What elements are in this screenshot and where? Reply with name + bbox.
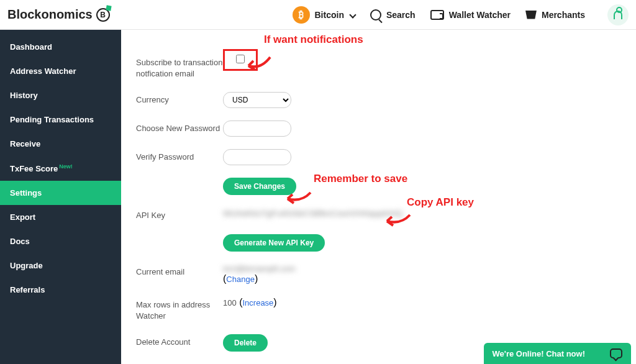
sidebar-item-receive[interactable]: Receive xyxy=(0,132,121,156)
chat-text: We're Online! Chat now! xyxy=(493,349,585,358)
sidebar-item-label: Dashboard xyxy=(10,42,52,52)
max-rows-value: 100 xyxy=(223,298,237,307)
new-password-input[interactable] xyxy=(223,121,291,137)
brand-logo[interactable]: Blockonomics B xyxy=(7,7,110,22)
chat-widget[interactable]: We're Online! Chat now! xyxy=(484,343,631,364)
sidebar-item-txfee-score[interactable]: TxFee ScoreNew! xyxy=(0,156,121,181)
sidebar-item-label: Docs xyxy=(10,237,30,246)
delete-account-label: Delete Account xyxy=(136,334,223,348)
delete-account-button[interactable]: Delete xyxy=(223,334,268,352)
nav-search[interactable]: Search xyxy=(370,9,416,20)
sidebar-item-history[interactable]: History xyxy=(0,83,121,107)
nav-merchants[interactable]: Merchants xyxy=(525,10,585,20)
subscribe-checkbox[interactable] xyxy=(236,55,245,63)
change-email-link[interactable]: Change xyxy=(226,275,255,284)
sidebar-item-export[interactable]: Export xyxy=(0,205,121,229)
currency-select[interactable]: USD xyxy=(223,92,291,108)
sidebar-item-label: Pending Transactions xyxy=(10,115,94,124)
sidebar-item-upgrade[interactable]: Upgrade xyxy=(0,253,121,278)
verify-password-input[interactable] xyxy=(223,149,291,165)
annotation-notifications: If want notifications xyxy=(264,34,363,46)
current-email-label: Current email xyxy=(136,264,223,278)
brand-badge-icon: B xyxy=(96,8,110,22)
sidebar-item-address-watcher[interactable]: Address Watcher xyxy=(0,59,121,83)
api-key-value: WtJAeKbU7gFu4GiSbCSBfknCzwAXHHqaykhHQ xyxy=(223,209,402,218)
sidebar-item-pending-transactions[interactable]: Pending Transactions xyxy=(0,107,121,132)
verify-password-label: Verify Password xyxy=(136,149,223,163)
annotation-box-subscribe xyxy=(223,49,258,71)
sidebar-item-docs[interactable]: Docs xyxy=(0,229,121,253)
sidebar-item-settings[interactable]: Settings xyxy=(0,181,121,205)
generate-api-key-button[interactable]: Generate New API Key xyxy=(223,234,325,252)
nav-wallet-label: Wallet Watcher xyxy=(449,10,511,20)
user-menu[interactable] xyxy=(607,4,629,25)
max-rows-label: Max rows in address Watcher xyxy=(136,297,223,322)
brand-text: Blockonomics xyxy=(7,7,93,22)
settings-content: Subscribe to transaction notfication ema… xyxy=(121,30,636,364)
new-password-label: Choose New Password xyxy=(136,121,223,134)
topbar: Blockonomics B ₿ Bitcoin Search Wallet W… xyxy=(0,0,636,30)
increase-wrap: (Increase) xyxy=(239,297,277,307)
user-icon xyxy=(614,11,622,19)
sidebar-item-label: Upgrade xyxy=(10,261,43,270)
sidebar: Dashboard Address Watcher History Pendin… xyxy=(0,30,121,364)
nav-merchants-label: Merchants xyxy=(542,10,585,20)
sidebar-item-label: Settings xyxy=(10,188,42,198)
save-changes-button[interactable]: Save Changes xyxy=(223,178,296,195)
nav-bitcoin[interactable]: ₿ Bitcoin xyxy=(293,6,355,24)
top-nav: ₿ Bitcoin Search Wallet Watcher Merchant… xyxy=(293,4,629,25)
sidebar-item-label: TxFee Score xyxy=(10,164,58,173)
sidebar-item-referrals[interactable]: Referrals xyxy=(0,278,121,302)
sidebar-item-label: Referrals xyxy=(10,285,45,294)
sidebar-item-dashboard[interactable]: Dashboard xyxy=(0,35,121,59)
chevron-down-icon xyxy=(349,11,356,18)
sidebar-item-label: Export xyxy=(10,212,35,222)
current-email-value: lorri@lemampft.com xyxy=(223,264,296,273)
new-badge: New! xyxy=(59,163,73,170)
sidebar-item-label: History xyxy=(10,91,38,100)
subscribe-label: Subscribe to transaction notfication ema… xyxy=(136,55,223,80)
bitcoin-icon: ₿ xyxy=(293,6,310,24)
currency-label: Currency xyxy=(136,92,223,106)
chat-bubble-icon xyxy=(610,348,622,358)
search-icon xyxy=(370,9,381,20)
nav-wallet-watcher[interactable]: Wallet Watcher xyxy=(430,10,511,20)
increase-link[interactable]: Increase xyxy=(242,298,273,307)
nav-bitcoin-label: Bitcoin xyxy=(315,10,344,20)
wallet-icon xyxy=(430,10,444,20)
cart-icon xyxy=(525,11,537,19)
sidebar-item-label: Address Watcher xyxy=(10,66,76,76)
change-email-wrap: (Change) xyxy=(223,273,258,284)
api-key-label: API Key xyxy=(136,207,223,221)
nav-search-label: Search xyxy=(386,10,416,20)
sidebar-item-label: Receive xyxy=(10,139,40,148)
